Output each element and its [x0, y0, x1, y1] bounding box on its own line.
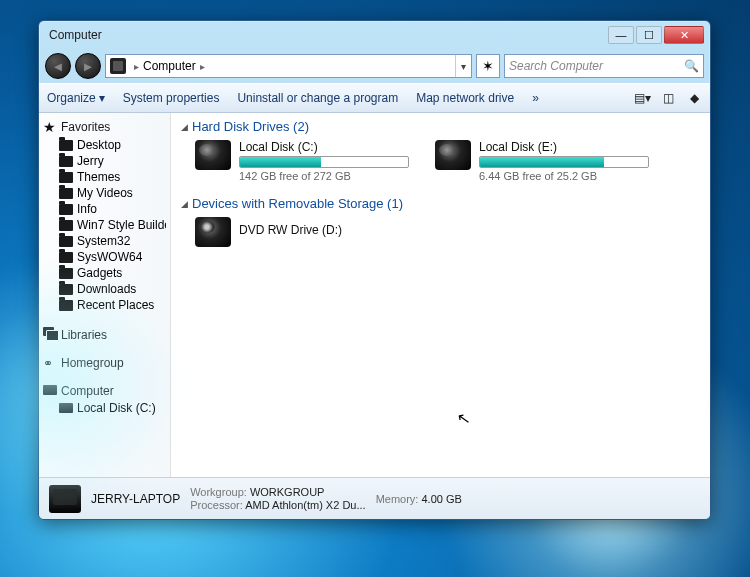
- favorites-header[interactable]: ★Favorites: [43, 119, 166, 135]
- address-bar[interactable]: ▸ Computer ▸ ▾: [105, 54, 472, 78]
- minimize-button[interactable]: —: [608, 26, 634, 44]
- drive-free-space: 6.44 GB free of 25.2 GB: [479, 170, 649, 182]
- sidebar-item-win7sb[interactable]: Win7 Style Builder: [43, 217, 166, 233]
- drive-label: Local Disk (E:): [479, 140, 649, 154]
- folder-icon: [59, 300, 73, 311]
- system-properties-button[interactable]: System properties: [123, 91, 220, 105]
- dvd-drive-icon: [195, 217, 231, 247]
- organize-menu[interactable]: Organize ▾: [47, 91, 105, 105]
- collapse-icon: ◢: [181, 199, 188, 209]
- folder-icon: [59, 156, 73, 167]
- drive-free-space: 142 GB free of 272 GB: [239, 170, 409, 182]
- computer-header[interactable]: Computer: [43, 384, 166, 398]
- folder-icon: [59, 284, 73, 295]
- search-input[interactable]: Search Computer 🔍: [504, 54, 704, 78]
- homegroup-icon: ⚭: [43, 356, 57, 370]
- folder-icon: [59, 188, 73, 199]
- window-title: Computer: [49, 28, 608, 42]
- memory-label: Memory:: [376, 493, 419, 505]
- mouse-cursor-icon: ↖: [455, 408, 471, 429]
- view-options-button[interactable]: ▤▾: [634, 91, 650, 105]
- search-icon[interactable]: 🔍: [684, 59, 699, 73]
- hdd-section-header[interactable]: ◢Hard Disk Drives (2): [181, 119, 700, 134]
- folder-icon: [59, 220, 73, 231]
- libraries-header[interactable]: Libraries: [43, 327, 166, 342]
- refresh-button[interactable]: ✶: [476, 54, 500, 78]
- libraries-icon: [43, 327, 57, 339]
- help-button[interactable]: ◆: [686, 91, 702, 105]
- address-dropdown-icon[interactable]: ▾: [455, 55, 471, 77]
- explorer-window: Computer — ☐ ✕ ◄ ► ▸ Computer ▸ ▾ ✶ Sear…: [38, 20, 711, 520]
- drive-icon: [59, 403, 73, 413]
- breadcrumb-sep-icon[interactable]: ▸: [196, 61, 209, 72]
- explorer-body: ★Favorites Desktop Jerry Themes My Video…: [39, 113, 710, 477]
- removable-section-header[interactable]: ◢Devices with Removable Storage (1): [181, 196, 700, 211]
- folder-icon: [59, 172, 73, 183]
- drive-local-c[interactable]: Local Disk (C:) 142 GB free of 272 GB: [195, 140, 405, 182]
- chevron-down-icon: ▾: [99, 91, 105, 105]
- uninstall-program-button[interactable]: Uninstall or change a program: [237, 91, 398, 105]
- sidebar-item-themes[interactable]: Themes: [43, 169, 166, 185]
- breadcrumb-sep-icon[interactable]: ▸: [130, 61, 143, 72]
- navigation-pane[interactable]: ★Favorites Desktop Jerry Themes My Video…: [39, 113, 171, 477]
- computer-name: JERRY-LAPTOP: [91, 492, 180, 506]
- sidebar-item-desktop[interactable]: Desktop: [43, 137, 166, 153]
- more-commands-button[interactable]: »: [532, 91, 539, 105]
- drive-label: Local Disk (C:): [239, 140, 409, 154]
- processor-value: AMD Athlon(tm) X2 Du...: [245, 499, 365, 511]
- drive-local-e[interactable]: Local Disk (E:) 6.44 GB free of 25.2 GB: [435, 140, 645, 182]
- close-button[interactable]: ✕: [664, 26, 704, 44]
- drive-dvd-d[interactable]: DVD RW Drive (D:): [195, 217, 405, 247]
- sidebar-item-info[interactable]: Info: [43, 201, 166, 217]
- usage-bar: [479, 156, 649, 168]
- memory-value: 4.00 GB: [421, 493, 461, 505]
- maximize-button[interactable]: ☐: [636, 26, 662, 44]
- folder-icon: [59, 252, 73, 263]
- preview-pane-button[interactable]: ◫: [660, 91, 676, 105]
- window-buttons: — ☐ ✕: [608, 26, 704, 44]
- computer-icon: [110, 58, 126, 74]
- folder-icon: [59, 268, 73, 279]
- back-button[interactable]: ◄: [45, 53, 71, 79]
- search-placeholder: Search Computer: [509, 59, 603, 73]
- folder-icon: [59, 236, 73, 247]
- hard-drive-icon: [435, 140, 471, 170]
- drive-label: DVD RW Drive (D:): [239, 223, 405, 237]
- sidebar-item-downloads[interactable]: Downloads: [43, 281, 166, 297]
- usage-bar: [239, 156, 409, 168]
- command-bar: Organize ▾ System properties Uninstall o…: [39, 83, 710, 113]
- sidebar-item-syswow64[interactable]: SysWOW64: [43, 249, 166, 265]
- workgroup-value: WORKGROUP: [250, 486, 325, 498]
- content-pane[interactable]: ◢Hard Disk Drives (2) Local Disk (C:) 14…: [171, 113, 710, 477]
- titlebar[interactable]: Computer — ☐ ✕: [39, 21, 710, 49]
- nav-toolbar: ◄ ► ▸ Computer ▸ ▾ ✶ Search Computer 🔍: [39, 49, 710, 83]
- star-icon: ★: [43, 119, 57, 135]
- sidebar-item-system32[interactable]: System32: [43, 233, 166, 249]
- sidebar-item-jerry[interactable]: Jerry: [43, 153, 166, 169]
- sidebar-item-gadgets[interactable]: Gadgets: [43, 265, 166, 281]
- folder-icon: [59, 140, 73, 151]
- sidebar-item-recent[interactable]: Recent Places: [43, 297, 166, 313]
- sidebar-item-localdisk-c[interactable]: Local Disk (C:): [43, 400, 166, 416]
- breadcrumb-item[interactable]: Computer: [143, 59, 196, 73]
- folder-icon: [59, 204, 73, 215]
- sidebar-item-myvideos[interactable]: My Videos: [43, 185, 166, 201]
- details-pane: JERRY-LAPTOP Workgroup: WORKGROUP Proces…: [39, 477, 710, 519]
- collapse-icon: ◢: [181, 122, 188, 132]
- computer-icon: [49, 485, 81, 513]
- processor-label: Processor:: [190, 499, 243, 511]
- map-network-drive-button[interactable]: Map network drive: [416, 91, 514, 105]
- workgroup-label: Workgroup:: [190, 486, 247, 498]
- homegroup-header[interactable]: ⚭Homegroup: [43, 356, 166, 370]
- hard-drive-icon: [195, 140, 231, 170]
- forward-button[interactable]: ►: [75, 53, 101, 79]
- computer-icon: [43, 385, 57, 395]
